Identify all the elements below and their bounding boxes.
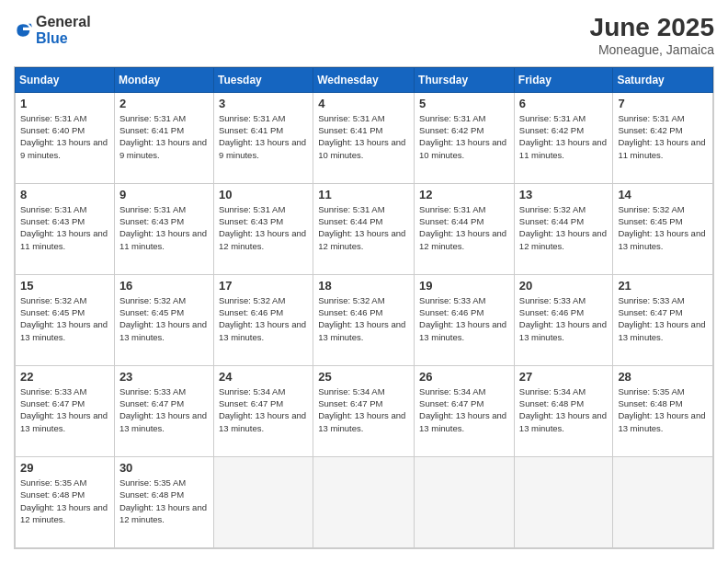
calendar-cell: 25Sunrise: 5:34 AMSunset: 6:47 PMDayligh…	[313, 365, 415, 456]
day-info: Sunrise: 5:33 AMSunset: 6:47 PMDaylight:…	[20, 385, 109, 434]
svg-marker-0	[28, 23, 32, 27]
day-info: Sunrise: 5:31 AMSunset: 6:41 PMDaylight:…	[219, 112, 308, 161]
calendar-week-3: 15Sunrise: 5:32 AMSunset: 6:45 PMDayligh…	[16, 274, 713, 365]
logo-blue-text: Blue	[36, 30, 91, 47]
calendar-cell: 16Sunrise: 5:32 AMSunset: 6:45 PMDayligh…	[114, 274, 213, 365]
calendar-cell: 15Sunrise: 5:32 AMSunset: 6:45 PMDayligh…	[16, 274, 115, 365]
calendar-cell	[514, 456, 613, 547]
calendar-cell: 4Sunrise: 5:31 AMSunset: 6:41 PMDaylight…	[313, 92, 415, 183]
calendar-cell: 17Sunrise: 5:32 AMSunset: 6:46 PMDayligh…	[213, 274, 313, 365]
day-number: 30	[119, 461, 209, 475]
col-monday: Monday	[114, 67, 213, 92]
col-friday: Friday	[514, 67, 613, 92]
day-number: 4	[318, 97, 409, 110]
day-info: Sunrise: 5:31 AMSunset: 6:43 PMDaylight:…	[219, 203, 308, 252]
calendar-cell: 29Sunrise: 5:35 AMSunset: 6:48 PMDayligh…	[16, 456, 115, 547]
day-number: 27	[519, 370, 609, 384]
calendar-cell	[415, 456, 515, 547]
header: General Blue June 2025 Moneague, Jamaica	[14, 14, 714, 57]
day-number: 8	[20, 188, 109, 201]
calendar-cell: 13Sunrise: 5:32 AMSunset: 6:44 PMDayligh…	[514, 183, 613, 274]
day-info: Sunrise: 5:32 AMSunset: 6:45 PMDaylight:…	[119, 294, 209, 343]
day-info: Sunrise: 5:31 AMSunset: 6:40 PMDaylight:…	[20, 112, 109, 161]
calendar: Sunday Monday Tuesday Wednesday Thursday…	[14, 66, 714, 549]
calendar-cell: 6Sunrise: 5:31 AMSunset: 6:42 PMDaylight…	[514, 92, 613, 183]
calendar-cell: 1Sunrise: 5:31 AMSunset: 6:40 PMDaylight…	[16, 92, 115, 183]
calendar-cell: 3Sunrise: 5:31 AMSunset: 6:41 PMDaylight…	[213, 92, 313, 183]
calendar-cell: 2Sunrise: 5:31 AMSunset: 6:41 PMDaylight…	[114, 92, 213, 183]
day-number: 9	[119, 188, 209, 201]
calendar-cell: 5Sunrise: 5:31 AMSunset: 6:42 PMDaylight…	[415, 92, 515, 183]
day-info: Sunrise: 5:31 AMSunset: 6:43 PMDaylight:…	[119, 203, 209, 252]
day-info: Sunrise: 5:34 AMSunset: 6:47 PMDaylight:…	[219, 385, 308, 434]
calendar-cell: 18Sunrise: 5:32 AMSunset: 6:46 PMDayligh…	[313, 274, 415, 365]
day-info: Sunrise: 5:32 AMSunset: 6:45 PMDaylight:…	[20, 294, 109, 343]
calendar-cell: 20Sunrise: 5:33 AMSunset: 6:46 PMDayligh…	[514, 274, 613, 365]
day-number: 14	[618, 188, 708, 201]
day-number: 21	[618, 279, 708, 293]
day-info: Sunrise: 5:33 AMSunset: 6:46 PMDaylight:…	[419, 294, 509, 343]
day-number: 13	[519, 188, 609, 201]
calendar-cell	[613, 456, 713, 547]
col-sunday: Sunday	[16, 67, 115, 92]
col-tuesday: Tuesday	[213, 67, 313, 92]
col-saturday: Saturday	[613, 67, 713, 92]
day-number: 28	[618, 370, 708, 384]
calendar-cell: 30Sunrise: 5:35 AMSunset: 6:48 PMDayligh…	[114, 456, 213, 547]
day-info: Sunrise: 5:33 AMSunset: 6:46 PMDaylight:…	[519, 294, 609, 343]
calendar-cell	[213, 456, 313, 547]
day-number: 1	[20, 97, 109, 110]
day-info: Sunrise: 5:32 AMSunset: 6:46 PMDaylight:…	[219, 294, 308, 343]
day-info: Sunrise: 5:31 AMSunset: 6:42 PMDaylight:…	[519, 112, 609, 161]
day-info: Sunrise: 5:34 AMSunset: 6:47 PMDaylight:…	[318, 385, 409, 434]
day-info: Sunrise: 5:32 AMSunset: 6:45 PMDaylight:…	[618, 203, 708, 252]
calendar-cell: 12Sunrise: 5:31 AMSunset: 6:44 PMDayligh…	[415, 183, 515, 274]
title-section: June 2025 Moneague, Jamaica	[590, 14, 714, 57]
calendar-week-5: 29Sunrise: 5:35 AMSunset: 6:48 PMDayligh…	[16, 456, 713, 547]
day-number: 15	[20, 279, 109, 293]
calendar-cell: 19Sunrise: 5:33 AMSunset: 6:46 PMDayligh…	[415, 274, 515, 365]
calendar-cell: 7Sunrise: 5:31 AMSunset: 6:42 PMDaylight…	[613, 92, 713, 183]
col-thursday: Thursday	[415, 67, 515, 92]
day-number: 17	[219, 279, 308, 293]
calendar-cell: 22Sunrise: 5:33 AMSunset: 6:47 PMDayligh…	[16, 365, 115, 456]
day-number: 7	[618, 97, 708, 110]
day-number: 12	[419, 188, 509, 201]
day-info: Sunrise: 5:35 AMSunset: 6:48 PMDaylight:…	[618, 385, 708, 434]
day-info: Sunrise: 5:31 AMSunset: 6:43 PMDaylight:…	[20, 203, 109, 252]
day-number: 23	[119, 370, 209, 384]
day-info: Sunrise: 5:35 AMSunset: 6:48 PMDaylight:…	[20, 477, 109, 525]
day-info: Sunrise: 5:32 AMSunset: 6:46 PMDaylight:…	[318, 294, 409, 343]
calendar-cell: 26Sunrise: 5:34 AMSunset: 6:47 PMDayligh…	[415, 365, 515, 456]
day-info: Sunrise: 5:31 AMSunset: 6:41 PMDaylight:…	[318, 112, 409, 161]
location: Moneague, Jamaica	[590, 42, 714, 57]
day-info: Sunrise: 5:31 AMSunset: 6:44 PMDaylight:…	[318, 203, 409, 252]
day-number: 19	[419, 279, 509, 293]
day-number: 11	[318, 188, 409, 201]
day-number: 20	[519, 279, 609, 293]
day-number: 10	[219, 188, 308, 201]
day-info: Sunrise: 5:35 AMSunset: 6:48 PMDaylight:…	[119, 477, 209, 525]
calendar-week-4: 22Sunrise: 5:33 AMSunset: 6:47 PMDayligh…	[16, 365, 713, 456]
logo: General Blue	[14, 14, 91, 46]
calendar-cell: 8Sunrise: 5:31 AMSunset: 6:43 PMDaylight…	[16, 183, 115, 274]
day-info: Sunrise: 5:31 AMSunset: 6:41 PMDaylight:…	[119, 112, 209, 161]
calendar-cell: 21Sunrise: 5:33 AMSunset: 6:47 PMDayligh…	[613, 274, 713, 365]
day-number: 18	[318, 279, 409, 293]
day-number: 3	[219, 97, 308, 110]
calendar-cell: 23Sunrise: 5:33 AMSunset: 6:47 PMDayligh…	[114, 365, 213, 456]
day-info: Sunrise: 5:34 AMSunset: 6:48 PMDaylight:…	[519, 385, 609, 434]
day-number: 5	[419, 97, 509, 110]
logo-icon	[14, 21, 32, 40]
calendar-cell: 27Sunrise: 5:34 AMSunset: 6:48 PMDayligh…	[514, 365, 613, 456]
day-info: Sunrise: 5:34 AMSunset: 6:47 PMDaylight:…	[419, 385, 509, 434]
day-info: Sunrise: 5:31 AMSunset: 6:44 PMDaylight:…	[419, 203, 509, 252]
day-number: 29	[20, 461, 109, 475]
calendar-cell: 24Sunrise: 5:34 AMSunset: 6:47 PMDayligh…	[213, 365, 313, 456]
calendar-cell	[313, 456, 415, 547]
calendar-week-1: 1Sunrise: 5:31 AMSunset: 6:40 PMDaylight…	[16, 92, 713, 183]
day-info: Sunrise: 5:32 AMSunset: 6:44 PMDaylight:…	[519, 203, 609, 252]
day-number: 24	[219, 370, 308, 384]
col-wednesday: Wednesday	[313, 67, 415, 92]
calendar-cell: 11Sunrise: 5:31 AMSunset: 6:44 PMDayligh…	[313, 183, 415, 274]
